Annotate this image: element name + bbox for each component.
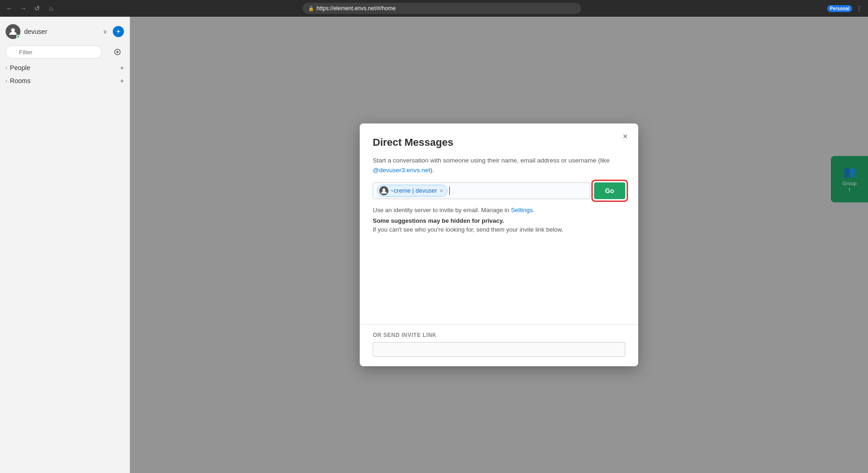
main-content: × Direct Messages Start a conversation w… [130,17,868,473]
modal-close-button[interactable]: × [619,130,632,143]
sidebar-username: devuser [24,28,99,35]
home-button[interactable]: ⌂ [45,3,57,14]
lock-icon: 🔒 [308,6,314,11]
people-label: People [10,64,30,71]
modal-description: Start a conversation with someone using … [373,156,625,175]
recipient-tag-remove[interactable]: × [440,188,443,194]
back-button[interactable]: ← [4,3,15,14]
sidebar-header[interactable]: devuser ∨ + [0,20,130,43]
compose-button[interactable] [111,45,124,58]
example-username-link[interactable]: @devuser3:envs.net [373,167,430,174]
recipient-input-area[interactable]: ~creme | devuser × [373,182,590,199]
online-indicator [16,35,20,39]
new-room-button[interactable]: + [113,26,124,37]
app-layout: devuser ∨ + 🔍 › People + [0,17,868,473]
browser-right-icons: Personal ⋮ [827,3,864,13]
sidebar: devuser ∨ + 🔍 › People + [0,17,130,473]
recipient-row: ~creme | devuser × Go [373,182,625,199]
extensions-button[interactable]: ⋮ [854,3,864,13]
svg-point-4 [382,188,385,191]
rooms-label: Rooms [10,77,30,84]
profile-badge[interactable]: Personal [827,5,852,12]
modal-overlay[interactable]: × Direct Messages Start a conversation w… [130,17,868,473]
info-text: Use an identity server to invite by emai… [373,207,625,214]
privacy-bold-text: Some suggestions may be hidden for priva… [373,217,504,224]
filter-wrap: 🔍 [6,45,107,58]
sidebar-section-people[interactable]: › People + [0,61,130,74]
description-text-2: ). [430,167,434,174]
recipient-tag: ~creme | devuser × [377,185,447,197]
url-text: https://element.envs.net/#/home [317,5,396,12]
svg-point-0 [11,28,15,32]
filter-input[interactable] [6,45,102,58]
filter-row: 🔍 [0,43,130,61]
rooms-add-icon[interactable]: + [120,77,124,84]
avatar-wrap [6,24,20,39]
go-button[interactable]: Go [594,182,625,199]
go-button-wrap: Go [594,182,625,199]
recipient-tag-label: ~creme | devuser [390,187,437,194]
people-add-icon[interactable]: + [120,64,124,71]
invite-link-input[interactable] [373,342,625,357]
description-text-1: Start a conversation with someone using … [373,157,609,164]
privacy-notice: Some suggestions may be hidden for priva… [373,217,625,224]
settings-link[interactable]: Settings [511,207,533,214]
recipient-tag-avatar [379,186,389,195]
modal-title: Direct Messages [373,136,625,149]
text-cursor [449,187,450,195]
rooms-chevron-icon: › [6,78,7,84]
modal-spacer [373,240,625,324]
reload-button[interactable]: ↺ [32,3,43,14]
browser-chrome: ← → ↺ ⌂ 🔒 https://element.envs.net/#/hom… [0,0,868,17]
invite-link-section: OR SEND INVITE LINK [373,324,625,366]
forward-button[interactable]: → [18,3,29,14]
people-chevron-icon: › [6,65,7,71]
sidebar-section-rooms[interactable]: › Rooms + [0,74,130,87]
sidebar-chevron: ∨ [103,28,107,35]
direct-messages-modal: × Direct Messages Start a conversation w… [360,123,638,366]
info-text-content: Use an identity server to invite by emai… [373,207,511,214]
privacy-sub-text: If you can't see who you're looking for,… [373,226,625,233]
invite-link-label: OR SEND INVITE LINK [373,332,625,338]
close-icon: × [623,132,628,142]
address-bar[interactable]: 🔒 https://element.envs.net/#/home [303,3,581,14]
